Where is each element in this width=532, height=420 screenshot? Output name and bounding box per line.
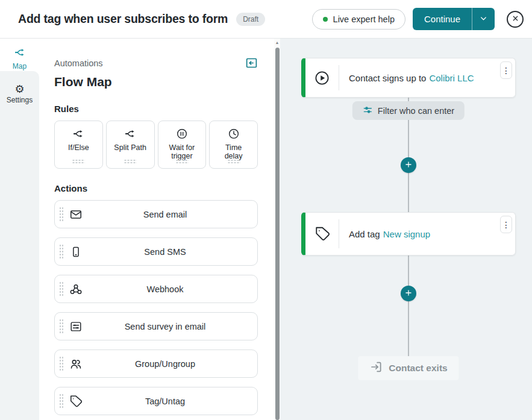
drag-handle-icon [59,207,64,222]
continue-button[interactable]: Continue [413,8,472,30]
rail-lower-panel: ⚙ Settings [0,71,39,420]
drag-handle-icon [59,319,64,334]
status-green-dot [323,17,328,22]
continue-split-button: Continue [413,8,495,30]
add-tag-node-menu-button[interactable]: ⋮ [500,216,512,233]
filter-entry-chip[interactable]: Filter who can enter [352,101,465,120]
rule-card-time-delay[interactable]: Time delay [209,121,258,169]
scrollbar-thumb[interactable] [275,48,280,420]
header-actions: Live expert help Continue [312,8,524,30]
trigger-node-link[interactable]: Colibri LLC [429,73,474,83]
live-expert-help-label: Live expert help [333,14,395,24]
trigger-node[interactable]: Contact signs up toColibri LLC ⋮ [301,58,516,98]
rail-tab-map-label: Map [0,62,39,71]
map-split-icon [14,52,26,60]
drag-handle-icon [59,244,64,260]
filter-entry-chip-label: Filter who can enter [378,106,454,116]
play-circle-icon [305,70,339,86]
split-path-icon [72,128,84,140]
drag-dots-icon [227,159,240,164]
panel-scrollbar[interactable]: ▲ [274,39,280,420]
add-tag-node-text: Add tagNew signup [339,229,430,239]
drag-handle-icon [59,393,64,409]
tag-icon [305,226,339,242]
automation-builder-app: Add tag when user subscribes to form Dra… [0,0,532,420]
rail-tab-settings-label: Settings [0,96,39,104]
clock-icon [228,128,240,140]
trigger-node-text: Contact signs up toColibri LLC [339,73,474,83]
close-button[interactable] [507,11,524,28]
side-rail: Map ⚙ Settings [0,39,39,420]
add-tag-node-label: Add tag [349,229,380,239]
action-card-tag-untag[interactable]: Tag/Untag [54,387,258,415]
chevron-down-icon [480,14,487,24]
plus-icon [404,160,413,171]
actions-list: Send email Send SMS Webhook [54,200,258,420]
trigger-node-menu-button[interactable]: ⋮ [500,61,512,79]
contact-exits-label: Contact exits [389,363,447,374]
split-path-icon [124,128,136,140]
drag-dots-icon [72,159,85,164]
continue-dropdown-button[interactable] [472,8,495,30]
drag-handle-icon [59,281,64,297]
action-card-send-survey[interactable]: Send survey in email [54,312,258,340]
drag-dots-icon [175,159,188,164]
pause-circle-icon [176,128,188,140]
rule-card-wait-for-trigger[interactable]: Wait for trigger [158,121,207,169]
add-step-button-2[interactable] [401,286,416,301]
contact-exits-chip: Contact exits [358,356,458,380]
gear-icon: ⚙ [0,84,39,95]
plus-icon [404,289,413,299]
action-card-webhook[interactable]: Webhook [54,275,258,303]
action-card-send-email[interactable]: Send email [54,200,258,228]
trigger-node-label: Contact signs up to [349,73,426,83]
collapse-panel-icon[interactable] [245,57,258,70]
status-badge: Draft [236,13,265,26]
add-step-button-1[interactable] [401,157,416,173]
flow-canvas: Contact signs up toColibri LLC ⋮ Filter … [280,39,532,420]
live-expert-help-button[interactable]: Live expert help [312,9,405,30]
rule-label: Time delay [217,143,250,161]
rule-label: If/Else [68,143,89,152]
rule-card-split-path[interactable]: Split Path [106,121,155,169]
panel-title: Flow Map [54,75,258,89]
action-card-group-ungroup[interactable]: Group/Ungroup [54,349,258,378]
rail-tab-settings[interactable]: ⚙ Settings [0,71,39,104]
action-label: Send email [79,210,251,219]
rules-row: If/Else Split Path [54,121,258,169]
kebab-icon: ⋮ [502,220,510,230]
action-label: Send SMS [79,247,251,257]
scroll-up-arrow-icon[interactable]: ▲ [274,40,280,45]
sliders-icon [363,105,373,117]
kebab-icon: ⋮ [502,66,510,75]
close-icon [512,14,519,24]
add-tag-node-link[interactable]: New signup [383,229,430,239]
add-tag-node[interactable]: Add tagNew signup ⋮ [301,212,516,255]
page-title: Add tag when user subscribes to form [18,12,228,26]
action-label: Group/Ungroup [79,359,251,369]
rule-label: Wait for trigger [166,143,198,161]
breadcrumb: Automations [54,58,103,68]
action-label: Tag/Untag [79,396,251,406]
exit-icon [369,360,383,376]
actions-heading: Actions [54,183,258,193]
drag-dots-icon [124,159,137,164]
action-card-send-sms[interactable]: Send SMS [54,237,258,266]
rule-card-if-else[interactable]: If/Else [54,121,103,169]
drag-handle-icon [59,356,64,372]
panel-header: Automations [54,57,258,70]
rules-heading: Rules [54,104,258,114]
rail-tab-map[interactable]: Map [0,39,39,71]
header-bar: Add tag when user subscribes to form Dra… [0,0,532,39]
flow-map-panel: Automations Flow Map Rules [39,39,274,420]
rule-label: Split Path [114,143,146,152]
action-label: Send survey in email [79,322,251,331]
action-label: Webhook [79,284,251,294]
